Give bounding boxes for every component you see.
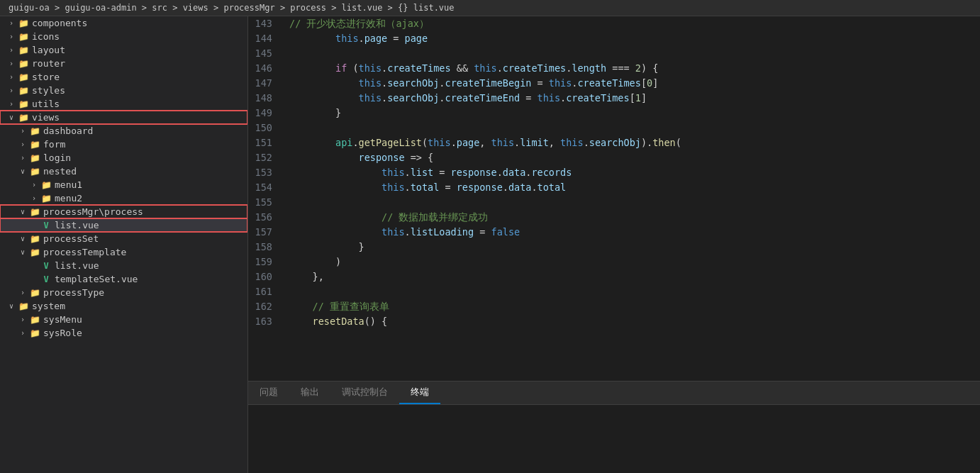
folder-icon: 📁 xyxy=(17,72,30,82)
line-number: 146 xyxy=(248,61,284,76)
sidebar-item-listVue1[interactable]: Vlist.vue xyxy=(0,218,247,232)
line-number: 143 xyxy=(248,16,284,31)
sidebar-item-menu1[interactable]: ›📁menu1 xyxy=(0,178,247,191)
line-content: this.total = response.data.total xyxy=(284,180,980,195)
line-number: 154 xyxy=(248,180,284,195)
arrow-icon: ∨ xyxy=(17,167,28,175)
code-editor[interactable]: 143// 开少状态进行效和（ajax）144 this.page = page… xyxy=(248,16,980,381)
arrow-icon: › xyxy=(17,289,28,296)
line-number: 144 xyxy=(248,31,284,46)
vue-file-icon: V xyxy=(40,261,52,271)
code-line: 143// 开少状态进行效和（ajax） xyxy=(248,16,980,31)
arrow-icon: › xyxy=(6,100,17,108)
sidebar-item-label: templateSet.vue xyxy=(55,274,247,284)
sidebar-item-label: form xyxy=(43,139,247,150)
panel-tab-problems[interactable]: 问题 xyxy=(248,382,289,404)
line-content: // 开少状态进行效和（ajax） xyxy=(284,16,980,31)
sidebar-item-label: icons xyxy=(32,31,247,42)
panel-tab-output[interactable]: 输出 xyxy=(289,382,330,404)
line-number: 148 xyxy=(248,91,284,106)
breadcrumb: guigu-oa > guigu-oa-admin > src > views … xyxy=(0,0,980,16)
sidebar-item-label: components xyxy=(32,18,247,28)
arrow-icon: ∨ xyxy=(17,248,28,256)
line-content: } xyxy=(284,240,980,255)
panel-tab-debug-console[interactable]: 调试控制台 xyxy=(330,382,399,404)
sidebar-item-icons[interactable]: ›📁icons xyxy=(0,30,247,43)
code-line: 163 resetData() { xyxy=(248,314,980,329)
folder-icon: 📁 xyxy=(17,99,30,109)
sidebar-item-processTemplate[interactable]: ∨📁processTemplate xyxy=(0,245,247,259)
sidebar-item-store[interactable]: ›📁store xyxy=(0,70,247,84)
code-line: 153 this.list = response.data.records xyxy=(248,165,980,180)
sidebar-item-menu2[interactable]: ›📁menu2 xyxy=(0,191,247,205)
folder-icon: 📁 xyxy=(28,140,41,150)
sidebar-item-processType[interactable]: ›📁processType xyxy=(0,286,247,299)
sidebar-item-sysRole[interactable]: ›📁sysRole xyxy=(0,326,247,340)
code-line: 144 this.page = page xyxy=(248,31,980,46)
sidebar-item-views[interactable]: ∨📁views xyxy=(0,111,247,124)
folder-icon: 📁 xyxy=(28,247,41,257)
sidebar-item-label: processSet xyxy=(43,233,247,244)
sidebar-item-processMgrProcess[interactable]: ∨📁processMgr\process xyxy=(0,205,247,218)
sidebar-item-utils[interactable]: ›📁utils xyxy=(0,97,247,111)
sidebar-item-label: menu1 xyxy=(55,179,247,190)
sidebar-item-listVue2[interactable]: Vlist.vue xyxy=(0,259,247,272)
sidebar-item-layout[interactable]: ›📁layout xyxy=(0,43,247,57)
code-line: 155 xyxy=(248,195,980,210)
line-number: 151 xyxy=(248,135,284,150)
folder-icon: 📁 xyxy=(40,194,52,204)
file-explorer: ›📁components›📁icons›📁layout›📁router›📁sto… xyxy=(0,16,248,473)
vue-file-icon: V xyxy=(40,221,52,230)
sidebar-item-label: utils xyxy=(32,99,247,109)
folder-icon: 📁 xyxy=(28,328,41,338)
line-content: this.page = page xyxy=(284,31,980,46)
line-content: } xyxy=(284,106,980,121)
arrow-icon: ∨ xyxy=(6,113,17,121)
arrow-icon: › xyxy=(17,154,28,162)
sidebar-item-label: store xyxy=(32,72,247,82)
sidebar-item-form[interactable]: ›📁form xyxy=(0,138,247,151)
line-number: 163 xyxy=(248,314,284,329)
folder-icon: 📁 xyxy=(28,167,41,177)
sidebar-item-router[interactable]: ›📁router xyxy=(0,57,247,70)
code-line: 147 this.searchObj.createTimeBegin = thi… xyxy=(248,76,980,91)
arrow-icon: › xyxy=(6,87,17,94)
folder-icon: 📁 xyxy=(17,113,30,123)
line-number: 145 xyxy=(248,46,284,61)
sidebar-item-label: processTemplate xyxy=(43,247,247,257)
sidebar-item-label: list.vue xyxy=(55,220,247,230)
sidebar-item-components[interactable]: ›📁components xyxy=(0,16,247,30)
code-line: 145 xyxy=(248,46,980,61)
sidebar-item-label: router xyxy=(32,58,247,69)
line-number: 155 xyxy=(248,195,284,210)
arrow-icon: ∨ xyxy=(6,302,17,310)
arrow-icon: › xyxy=(6,60,17,67)
folder-icon: 📁 xyxy=(40,180,52,190)
sidebar-item-label: views xyxy=(32,112,247,123)
sidebar-item-dashboard[interactable]: ›📁dashboard xyxy=(0,124,247,138)
line-content: // 数据加载并绑定成功 xyxy=(284,210,980,225)
line-content xyxy=(284,284,980,299)
line-content: // 重置查询表单 xyxy=(284,299,980,314)
line-number: 161 xyxy=(248,284,284,299)
sidebar-item-login[interactable]: ›📁login xyxy=(0,151,247,165)
panel-tab-terminal[interactable]: 终端 xyxy=(399,382,440,404)
line-content: this.searchObj.createTimeBegin = this.cr… xyxy=(284,76,980,91)
code-table: 143// 开少状态进行效和（ajax）144 this.page = page… xyxy=(248,16,980,329)
sidebar-item-system[interactable]: ∨📁system xyxy=(0,299,247,313)
arrow-icon: › xyxy=(17,316,28,323)
sidebar-item-styles[interactable]: ›📁styles xyxy=(0,84,247,97)
sidebar-item-templateSetVue[interactable]: VtemplateSet.vue xyxy=(0,272,247,286)
sidebar-item-label: dashboard xyxy=(43,126,247,136)
sidebar-item-nested[interactable]: ∨📁nested xyxy=(0,165,247,178)
line-content: this.searchObj.createTimeEnd = this.crea… xyxy=(284,91,980,106)
line-number: 152 xyxy=(248,150,284,165)
sidebar-item-processSet[interactable]: ∨📁processSet xyxy=(0,232,247,245)
line-content: ) xyxy=(284,255,980,269)
code-line: 146 if (this.createTimes && this.createT… xyxy=(248,61,980,76)
code-line: 158 } xyxy=(248,240,980,255)
sidebar-item-sysMenu[interactable]: ›📁sysMenu xyxy=(0,313,247,326)
line-number: 162 xyxy=(248,299,284,314)
code-line: 161 xyxy=(248,284,980,299)
sidebar-item-label: processMgr\process xyxy=(43,206,247,217)
